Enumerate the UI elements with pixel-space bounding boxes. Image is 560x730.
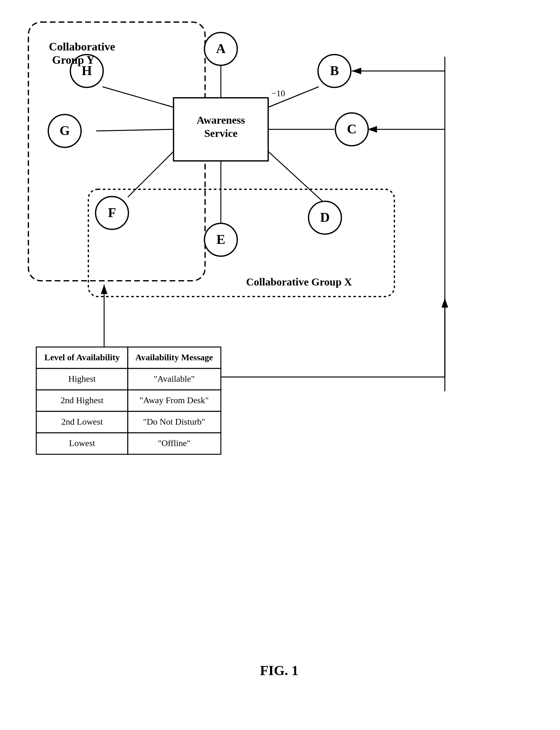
svg-text:"Away From Desk": "Away From Desk": [139, 395, 209, 405]
svg-text:Lowest: Lowest: [69, 438, 95, 448]
svg-text:−10: −10: [271, 88, 285, 98]
svg-text:Highest: Highest: [68, 374, 96, 384]
svg-text:"Do Not Disturb": "Do Not Disturb": [143, 417, 205, 427]
svg-line-8: [96, 129, 174, 131]
svg-text:Collaborative: Collaborative: [49, 40, 115, 53]
svg-point-24: [309, 201, 341, 234]
svg-rect-0: [28, 22, 205, 281]
svg-text:Service: Service: [204, 127, 238, 139]
svg-text:F: F: [108, 205, 116, 220]
svg-point-20: [318, 55, 351, 87]
svg-text:Collaborative Group X: Collaborative Group X: [246, 276, 352, 288]
svg-rect-59: [128, 433, 221, 454]
svg-point-28: [96, 197, 128, 229]
svg-point-18: [204, 32, 237, 65]
svg-text:C: C: [347, 122, 357, 136]
svg-line-9: [103, 87, 174, 107]
svg-text:2nd Highest: 2nd Highest: [61, 395, 103, 405]
svg-text:D: D: [320, 210, 330, 225]
svg-text:G: G: [60, 123, 70, 138]
svg-point-22: [335, 113, 368, 146]
svg-point-30: [48, 115, 81, 147]
svg-rect-53: [36, 411, 128, 433]
svg-rect-1: [88, 189, 394, 297]
svg-line-3: [268, 87, 319, 107]
svg-text:"Offline": "Offline": [158, 438, 190, 448]
svg-rect-49: [36, 390, 128, 411]
svg-rect-55: [128, 411, 221, 433]
svg-line-5: [268, 151, 325, 203]
svg-text:E: E: [216, 232, 225, 247]
svg-rect-47: [128, 368, 221, 390]
svg-rect-43: [128, 347, 221, 368]
svg-text:2nd Lowest: 2nd Lowest: [61, 417, 103, 427]
svg-rect-45: [36, 368, 128, 390]
diagram-container: A B C D E F G H Awareness Service −10 Co…: [19, 13, 539, 707]
svg-rect-57: [36, 433, 128, 454]
svg-point-32: [70, 55, 103, 87]
svg-text:H: H: [82, 63, 92, 78]
svg-text:"Available": "Available": [154, 374, 195, 384]
connections-svg: A B C D E F G H Awareness Service −10 Co…: [19, 13, 539, 707]
svg-text:B: B: [330, 63, 339, 78]
svg-text:FIG. 1: FIG. 1: [260, 663, 298, 678]
svg-rect-41: [36, 347, 128, 368]
svg-line-7: [128, 151, 174, 197]
svg-text:Level of Availability: Level of Availability: [44, 352, 120, 362]
svg-text:Group Y: Group Y: [52, 54, 95, 66]
svg-rect-34: [174, 98, 268, 161]
svg-text:Availability Message: Availability Message: [135, 352, 213, 362]
svg-text:Awareness: Awareness: [197, 114, 245, 126]
svg-text:A: A: [216, 41, 226, 56]
svg-point-26: [204, 223, 237, 256]
svg-rect-51: [128, 390, 221, 411]
